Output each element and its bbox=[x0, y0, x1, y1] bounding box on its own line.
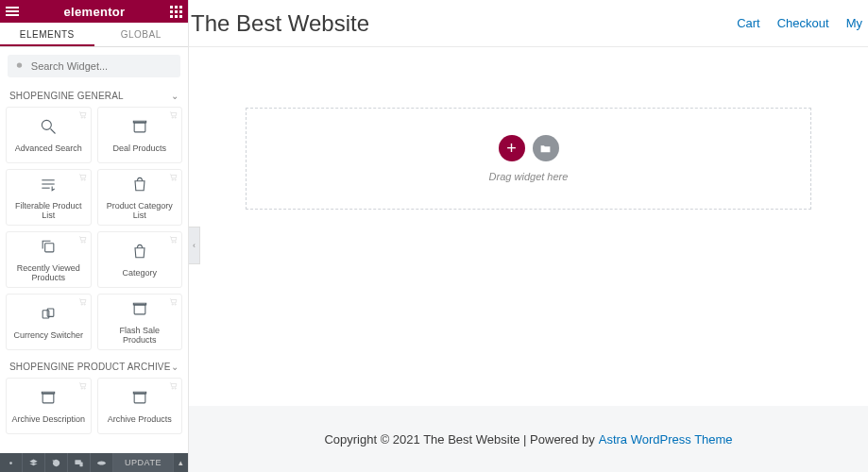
filter-icon bbox=[39, 175, 58, 195]
site-title: The Best Website bbox=[191, 10, 369, 37]
widget-label: Archive Description bbox=[11, 414, 85, 424]
cart-badge-icon bbox=[78, 297, 88, 309]
folder-icon bbox=[539, 143, 552, 155]
widget-product-category-list[interactable]: Product Category List bbox=[97, 169, 183, 226]
nav-cart[interactable]: Cart bbox=[737, 16, 760, 30]
search-input[interactable] bbox=[31, 60, 173, 72]
cart-badge-icon bbox=[169, 381, 179, 393]
widget-label: Archive Products bbox=[108, 414, 172, 424]
cart-badge-icon bbox=[78, 110, 88, 122]
chevron-down-icon: ⌄ bbox=[171, 91, 179, 101]
cart-badge-icon bbox=[169, 173, 179, 184]
widget-label: Currency Switcher bbox=[13, 330, 83, 340]
drop-hint: Drag widget here bbox=[489, 171, 569, 182]
navigator-button[interactable] bbox=[23, 453, 45, 472]
cart-badge-icon bbox=[169, 110, 179, 122]
update-button[interactable]: UPDATE bbox=[113, 453, 173, 472]
widget-filterable-list[interactable]: Filterable Product List bbox=[6, 169, 92, 226]
nav-checkout[interactable]: Checkout bbox=[777, 16, 829, 30]
category-title: SHOPENGINE GENERAL bbox=[9, 91, 124, 101]
footer-theme-link[interactable]: Astra WordPress Theme bbox=[599, 432, 733, 447]
widget-label: Category bbox=[122, 268, 157, 278]
collapse-panel-button[interactable]: ‹ bbox=[189, 227, 200, 264]
site-nav: Cart Checkout My bbox=[737, 16, 862, 30]
widget-recently-viewed[interactable]: Recently Viewed Products bbox=[6, 231, 92, 288]
panel-tabs: ELEMENTS GLOBAL bbox=[0, 23, 188, 47]
box-icon bbox=[130, 299, 149, 320]
cart-badge-icon bbox=[169, 235, 179, 246]
widget-label: Advanced Search bbox=[15, 143, 82, 153]
widget-label: Recently Viewed Products bbox=[10, 263, 87, 282]
widget-flash-sale[interactable]: Flash Sale Products bbox=[97, 294, 183, 350]
responsive-button[interactable] bbox=[68, 453, 91, 472]
widget-advanced-search[interactable]: Advanced Search bbox=[6, 107, 92, 163]
copy-icon bbox=[39, 237, 58, 258]
widget-label: Product Category List bbox=[102, 201, 179, 220]
widget-category[interactable]: Category bbox=[97, 231, 183, 288]
drop-section[interactable]: + Drag widget here bbox=[246, 108, 811, 210]
widget-archive-description[interactable]: Archive Description bbox=[6, 378, 92, 434]
site-header: The Best Website Cart Checkout My bbox=[189, 0, 868, 47]
widget-archive-products[interactable]: Archive Products bbox=[97, 378, 183, 434]
widget-label: Deal Products bbox=[112, 143, 166, 153]
cart-badge-icon bbox=[78, 381, 88, 393]
brand-label: elementor bbox=[64, 5, 126, 19]
widget-currency-switcher[interactable]: Currency Switcher bbox=[6, 294, 92, 350]
widget-label: Flash Sale Products bbox=[102, 326, 179, 345]
add-buttons: + bbox=[499, 135, 559, 161]
panel-bottombar: UPDATE ▴ bbox=[0, 453, 188, 472]
update-options-button[interactable]: ▴ bbox=[173, 453, 188, 472]
currency-icon bbox=[39, 304, 58, 325]
tab-elements[interactable]: ELEMENTS bbox=[0, 23, 94, 46]
search-container bbox=[0, 47, 188, 85]
history-button[interactable] bbox=[45, 453, 68, 472]
add-section-button[interactable]: + bbox=[499, 135, 525, 161]
menu-icon[interactable] bbox=[6, 7, 19, 16]
search-icon bbox=[39, 117, 58, 138]
box-icon bbox=[39, 388, 58, 409]
elementor-panel: elementor ELEMENTS GLOBAL SHOPENGINE GEN… bbox=[0, 0, 189, 472]
box-icon bbox=[130, 117, 149, 138]
widget-deal-products[interactable]: Deal Products bbox=[97, 107, 183, 163]
settings-button[interactable] bbox=[0, 453, 23, 472]
cart-badge-icon bbox=[78, 173, 88, 184]
widgets-scroll[interactable]: SHOPENGINE GENERAL ⌄ Advanced Search Dea… bbox=[0, 85, 188, 453]
tab-global[interactable]: GLOBAL bbox=[94, 23, 189, 46]
widgets-grid-archive: Archive Description Archive Products bbox=[0, 378, 188, 440]
box-icon bbox=[130, 388, 149, 409]
widgets-grid-general: Advanced Search Deal Products Filterable… bbox=[0, 107, 188, 356]
preview-area: The Best Website Cart Checkout My + Drag… bbox=[189, 0, 868, 472]
category-header-general[interactable]: SHOPENGINE GENERAL ⌄ bbox=[0, 85, 188, 107]
bag-icon bbox=[130, 242, 149, 262]
template-library-button[interactable] bbox=[533, 135, 559, 161]
widgets-grid-icon[interactable] bbox=[170, 6, 182, 18]
site-footer: Copyright © 2021 The Best Website | Powe… bbox=[189, 406, 868, 472]
nav-my[interactable]: My bbox=[846, 16, 862, 30]
canvas-area[interactable]: + Drag widget here bbox=[189, 47, 868, 406]
widget-label: Filterable Product List bbox=[10, 201, 87, 220]
search-box[interactable] bbox=[8, 55, 180, 77]
bag-icon bbox=[130, 175, 149, 195]
search-icon bbox=[15, 60, 26, 72]
cart-badge-icon bbox=[169, 297, 179, 309]
chevron-down-icon: ⌄ bbox=[171, 362, 179, 372]
cart-badge-icon bbox=[78, 235, 88, 246]
footer-text: Copyright © 2021 The Best Website | Powe… bbox=[324, 432, 594, 447]
preview-button[interactable] bbox=[91, 453, 113, 472]
category-header-archive[interactable]: SHOPENGINE PRODUCT ARCHIVE ⌄ bbox=[0, 356, 188, 378]
category-title: SHOPENGINE PRODUCT ARCHIVE bbox=[9, 362, 171, 372]
panel-header: elementor bbox=[0, 0, 188, 23]
